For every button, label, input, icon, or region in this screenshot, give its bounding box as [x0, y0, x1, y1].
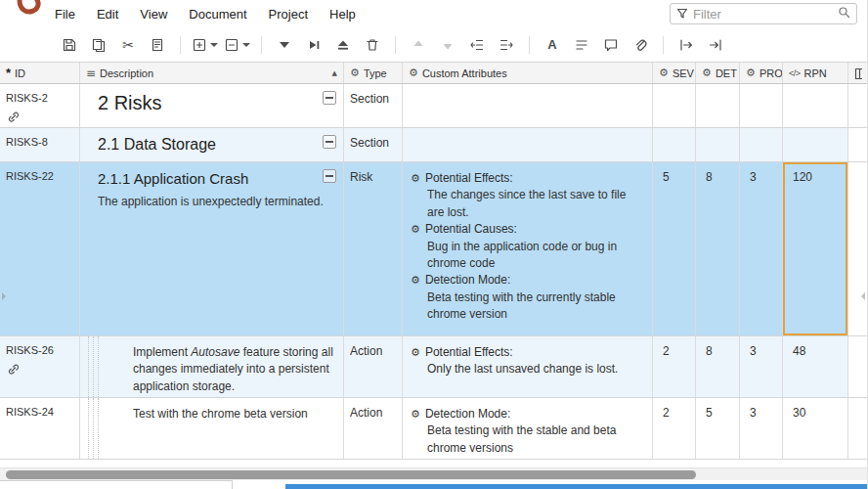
- remove-object-button[interactable]: [224, 32, 250, 58]
- toolbar-separator: [180, 36, 181, 54]
- link-icon[interactable]: [6, 110, 73, 124]
- prob-cell[interactable]: 3: [740, 162, 783, 335]
- sev-cell[interactable]: [653, 84, 696, 127]
- right-pane-toggle[interactable]: [859, 282, 867, 311]
- go-to-start-button[interactable]: [674, 32, 698, 58]
- type-cell[interactable]: Section: [344, 128, 403, 161]
- column-chooser-button[interactable]: [848, 63, 868, 83]
- id-cell[interactable]: RISKS-8: [0, 128, 80, 161]
- menu-document[interactable]: Document: [189, 7, 246, 22]
- link-icon[interactable]: [6, 362, 73, 377]
- add-object-button[interactable]: [192, 32, 218, 58]
- id-cell[interactable]: RISKS-26: [0, 336, 80, 397]
- menu-help[interactable]: Help: [329, 7, 356, 22]
- table-row[interactable]: RISKS-2 2 Risks Section: [0, 84, 867, 128]
- left-pane-toggle[interactable]: [0, 282, 8, 311]
- collapse-all-button[interactable]: [273, 32, 296, 58]
- text-format-button[interactable]: A: [541, 32, 564, 58]
- column-header-prob[interactable]: ⚙PROB: [740, 63, 783, 83]
- collapse-button[interactable]: [323, 135, 336, 149]
- det-cell[interactable]: 8: [696, 336, 740, 397]
- det-cell[interactable]: [696, 128, 740, 161]
- det-cell[interactable]: [696, 84, 740, 127]
- filter-input[interactable]: [693, 7, 833, 22]
- attribute-value: Bug in the application code or bug in ch…: [427, 239, 646, 273]
- collapse-button[interactable]: [323, 169, 336, 183]
- sev-cell[interactable]: 5: [653, 162, 696, 335]
- move-up-button[interactable]: [407, 32, 430, 58]
- rpn-cell[interactable]: 30: [783, 398, 848, 459]
- description-cell[interactable]: Test with the chrome beta version: [80, 398, 344, 459]
- custom-attributes-cell[interactable]: [403, 128, 653, 161]
- prob-cell[interactable]: 3: [740, 398, 783, 459]
- outdent-button[interactable]: [465, 32, 489, 58]
- description-cell[interactable]: 2.1 Data Storage: [80, 128, 344, 161]
- column-header-rpn[interactable]: </>RPN: [783, 63, 848, 83]
- table-row-selected[interactable]: RISKS-22 2.1.1 Application Crash The app…: [0, 162, 867, 336]
- det-cell[interactable]: 8: [696, 162, 740, 335]
- delete-button[interactable]: [361, 32, 384, 58]
- indent-button[interactable]: [495, 32, 518, 58]
- save-button[interactable]: [58, 32, 81, 58]
- description-cell[interactable]: 2.1.1 Application Crash The application …: [80, 162, 344, 335]
- scrollbar-thumb[interactable]: [6, 470, 696, 479]
- paragraph-button[interactable]: [570, 32, 593, 58]
- prob-cell[interactable]: 3: [740, 336, 783, 397]
- column-label: Type: [364, 67, 387, 79]
- custom-attributes-cell[interactable]: [403, 84, 653, 127]
- table-row[interactable]: RISKS-24 Test with the chrome beta versi…: [0, 398, 867, 460]
- object-id: RISKS-26: [6, 344, 73, 356]
- column-header-sev[interactable]: ⚙SEV: [653, 63, 696, 83]
- id-cell[interactable]: RISKS-24: [0, 398, 80, 459]
- eject-button[interactable]: [331, 32, 355, 58]
- go-to-end-button[interactable]: [704, 32, 727, 58]
- sev-cell[interactable]: 2: [653, 336, 696, 397]
- cut-button[interactable]: ✂: [116, 32, 140, 58]
- rpn-cell[interactable]: [783, 128, 848, 161]
- description-cell[interactable]: Implement Autosave feature storing all c…: [80, 336, 344, 397]
- rpn-cell[interactable]: [783, 84, 848, 127]
- column-header-type[interactable]: ⚙Type: [344, 63, 403, 83]
- prob-cell[interactable]: [740, 128, 783, 161]
- object-id: RISKS-22: [6, 170, 73, 182]
- move-down-button[interactable]: [436, 32, 459, 58]
- id-cell[interactable]: RISKS-22: [0, 162, 80, 335]
- table-row[interactable]: RISKS-26 Implement Autosave feature stor…: [0, 336, 867, 398]
- type-cell[interactable]: Action: [344, 398, 403, 459]
- expand-next-button[interactable]: [302, 32, 326, 58]
- horizontal-scrollbar[interactable]: [0, 467, 867, 480]
- collapse-button[interactable]: [323, 91, 336, 105]
- copy-button[interactable]: [87, 32, 110, 58]
- attachment-button[interactable]: [629, 32, 652, 58]
- table-row[interactable]: RISKS-8 2.1 Data Storage Section: [0, 128, 867, 162]
- description-cell[interactable]: 2 Risks: [80, 84, 344, 127]
- menu-view[interactable]: View: [140, 7, 167, 22]
- column-header-description[interactable]: ≡Description▲: [80, 63, 344, 83]
- column-header-custom-attributes[interactable]: ⚙Custom Attributes: [403, 63, 653, 83]
- comment-button[interactable]: [599, 32, 623, 58]
- menu-file[interactable]: File: [55, 7, 75, 22]
- sev-cell[interactable]: 2: [653, 398, 696, 459]
- pane-splitter[interactable]: [232, 480, 233, 489]
- filter-box[interactable]: [670, 3, 857, 24]
- rpn-cell-focused[interactable]: 120: [783, 162, 848, 335]
- paste-button[interactable]: [146, 32, 169, 58]
- indent-guides: [88, 398, 100, 459]
- column-header-id[interactable]: *ID: [0, 63, 80, 83]
- bottom-pane-edge[interactable]: [285, 484, 867, 489]
- column-header-det[interactable]: ⚙DET: [696, 63, 740, 83]
- chevron-right-icon: [2, 292, 6, 300]
- prob-cell[interactable]: [740, 84, 783, 127]
- type-cell[interactable]: Action: [344, 336, 403, 397]
- custom-attributes-cell[interactable]: ⚙Potential Effects: The changes since th…: [403, 162, 653, 335]
- custom-attributes-cell[interactable]: ⚙Detection Mode: Beta testing with the s…: [403, 398, 653, 459]
- type-cell[interactable]: Risk: [344, 162, 403, 335]
- det-cell[interactable]: 5: [696, 398, 740, 459]
- menu-edit[interactable]: Edit: [97, 7, 118, 22]
- type-cell[interactable]: Section: [344, 84, 403, 127]
- custom-attributes-cell[interactable]: ⚙Potential Effects: Only the last unsave…: [403, 336, 653, 397]
- menu-project[interactable]: Project: [269, 7, 308, 22]
- rpn-cell[interactable]: 48: [783, 336, 848, 397]
- sev-cell[interactable]: [653, 128, 696, 161]
- id-cell[interactable]: RISKS-2: [0, 84, 80, 127]
